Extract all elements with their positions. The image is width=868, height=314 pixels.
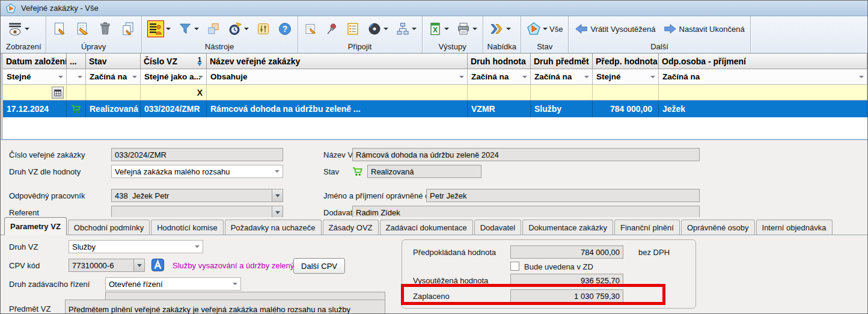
copy-grid-button[interactable] bbox=[205, 21, 222, 37]
status-filter-value: Vše bbox=[549, 25, 563, 34]
column-header-odp-osoba[interactable]: Odp.osoba - příjmení bbox=[659, 54, 867, 69]
bude-uvedena-v-zd-checkbox[interactable] bbox=[510, 262, 519, 271]
edit-record-button[interactable] bbox=[73, 20, 91, 37]
toolbar-group-nabidka: Nabídka bbox=[483, 16, 521, 53]
filter-operator-nazev[interactable]: Obsahuje bbox=[207, 69, 468, 85]
column-header-stav[interactable]: Stav bbox=[86, 54, 141, 69]
view-menu-button[interactable] bbox=[6, 20, 31, 37]
column-header-druh-predmet[interactable]: Druh předmět bbox=[531, 54, 593, 69]
filter-input-druh-predmet[interactable] bbox=[531, 85, 593, 100]
tab-dodavatel[interactable]: Dodavatel bbox=[474, 220, 522, 235]
filter-input-stav[interactable] bbox=[86, 85, 141, 100]
column-header-druh-hodnota[interactable]: Druh hodnota bbox=[468, 54, 531, 69]
tab-dokumentace-zakazky[interactable]: Dokumentace zakázky bbox=[522, 220, 613, 235]
druh-vz-dle-hodnoty-select[interactable]: Veřejná zakázka malého rozsahu bbox=[111, 165, 283, 178]
caret-down-icon bbox=[506, 28, 511, 30]
filter-operator-odp-osoba[interactable]: Začíná na bbox=[659, 69, 867, 85]
cell-nazev: Rámcová dohoda na údržbu zeleně ... bbox=[207, 100, 468, 117]
filter-operator-cislo-vz[interactable]: Stejné jako a... bbox=[141, 69, 207, 85]
sort-arrow-icon bbox=[197, 63, 202, 66]
lookup-button[interactable] bbox=[272, 189, 283, 202]
filter-operator-icons[interactable] bbox=[67, 69, 86, 85]
pin-icon bbox=[325, 22, 338, 36]
filter-input-datum[interactable] bbox=[3, 85, 67, 100]
new-record-button[interactable] bbox=[50, 20, 69, 37]
tab-zadavaci-dokumentace[interactable]: Zadávací dokumentace bbox=[380, 220, 473, 235]
calendar-picker-button[interactable] bbox=[52, 87, 64, 99]
predmet-vz-field[interactable]: Předmětem plnění veřejné zakázky je veře… bbox=[65, 300, 385, 314]
menu-button[interactable] bbox=[487, 21, 512, 37]
status-filter-button[interactable]: Vše bbox=[525, 21, 564, 37]
predpokladana-hodnota-field[interactable]: 784 000,00 bbox=[510, 245, 623, 259]
column-header-nazev[interactable]: Název veřejné zakázky bbox=[207, 54, 468, 69]
filter-input-odp-osoba[interactable] bbox=[659, 85, 867, 100]
nastavit-ukoncena-button[interactable]: Nastavit Ukončená bbox=[662, 22, 746, 36]
parametry-vz-panel: Druh VZ Služby CPV kód 77310000-6 Služby… bbox=[1, 235, 867, 313]
cpv-kod-field[interactable]: 77310000-6 bbox=[69, 259, 145, 272]
checklist-button[interactable] bbox=[344, 21, 361, 37]
stav-field[interactable]: Realizovaná bbox=[367, 165, 481, 178]
lookup-button[interactable] bbox=[272, 206, 283, 218]
filter-operator-stav[interactable]: Začíná na bbox=[86, 69, 141, 85]
cpv-catalog-icon[interactable] bbox=[151, 258, 165, 272]
toolbar-group-label: Nástroje bbox=[146, 42, 293, 52]
column-header-cislo-vz[interactable]: Číslo VZ 1 bbox=[141, 54, 207, 69]
filter-operator-predp-hodnota[interactable]: Stejné bbox=[593, 69, 659, 85]
column-header-datum-zalozeni[interactable]: Datum založení bbox=[3, 54, 67, 69]
cell-druh-hodnota: VZMR bbox=[468, 100, 531, 117]
media-button[interactable] bbox=[366, 21, 390, 37]
tab-zasady-ovz[interactable]: Zásady OVZ bbox=[323, 220, 379, 235]
column-header-predp-hodnota[interactable]: Předp. hodnota bbox=[593, 54, 659, 69]
print-button[interactable] bbox=[455, 21, 478, 37]
filter-input-icons[interactable] bbox=[67, 85, 86, 100]
filter-input-nazev[interactable] bbox=[207, 85, 468, 100]
dalsi-cpv-button[interactable]: Další CPV bbox=[293, 258, 345, 274]
filter-operator-datum[interactable]: Stejné bbox=[3, 69, 67, 85]
tab-obchodni-podminky[interactable]: Obchodní podmínky bbox=[68, 220, 150, 235]
predmet-vz-label: Předmět VZ bbox=[9, 302, 50, 314]
delete-record-button[interactable] bbox=[96, 20, 114, 37]
odpovedny-pracovnik-field[interactable]: 438 Ježek Petr bbox=[111, 189, 283, 202]
caret-down-icon bbox=[543, 28, 548, 30]
filter-input-predp-hodnota[interactable] bbox=[593, 85, 659, 100]
toolbar-group-label: Zobrazení bbox=[6, 42, 41, 52]
column-header-icons[interactable]: ... bbox=[67, 54, 86, 69]
vysoutezena-hodnota-field[interactable]: 936 525,70 bbox=[510, 274, 623, 287]
cart-icon bbox=[70, 103, 82, 115]
tab-pozadavky-na-uchazece[interactable]: Požadavky na uchazeče bbox=[225, 220, 322, 235]
vratit-vysoutezena-button[interactable]: Vrátit Vysoutěžená bbox=[573, 22, 656, 36]
parameters-button[interactable] bbox=[255, 21, 272, 37]
workflow-button[interactable] bbox=[394, 21, 418, 37]
tab-interni-objednavka[interactable]: Interní objednávka bbox=[756, 220, 833, 235]
filter-button[interactable] bbox=[177, 21, 200, 37]
pin-button[interactable] bbox=[324, 21, 340, 37]
nazev-vz-field[interactable]: Rámcová dohoda na údržbu zeleně 2024 bbox=[352, 148, 700, 161]
excel-export-button[interactable]: X bbox=[427, 21, 450, 37]
note-button[interactable] bbox=[302, 21, 319, 37]
filter-input-druh-hodnota[interactable] bbox=[468, 85, 531, 100]
view-menu-icon bbox=[7, 21, 23, 37]
table-row-selected[interactable]: 17.12.2024 Realizovaná 033/2024/ZMR Rámc… bbox=[3, 100, 867, 117]
filter-input-cislo-vz[interactable]: X bbox=[141, 85, 207, 100]
druh-zadavaciho-rizeni-select[interactable]: Otevřené řízení bbox=[105, 277, 241, 291]
nastavit-ukoncena-label: Nastavit Ukončená bbox=[679, 25, 745, 34]
tab-parametry-vz[interactable]: Parametry VZ bbox=[4, 217, 67, 235]
tab-hodnotici-komise[interactable]: Hodnotící komise bbox=[151, 220, 223, 235]
opravnena-osoba-field[interactable]: Petr Ježek bbox=[426, 189, 700, 202]
zaplaceno-field[interactable]: 1 030 759,30 bbox=[510, 289, 623, 303]
lookup-button[interactable] bbox=[133, 259, 144, 271]
odpovedny-pracovnik-label: Odpovědný pracovník bbox=[9, 189, 85, 202]
cislo-vz-field[interactable]: 033/2024/ZMR bbox=[111, 148, 283, 161]
help-button[interactable]: ? bbox=[277, 21, 293, 37]
filter-operator-druh-predmet[interactable]: Začíná na bbox=[531, 69, 593, 85]
druh-vz-select[interactable]: Služby bbox=[69, 240, 203, 253]
grid-settings-button[interactable] bbox=[146, 20, 172, 38]
tab-opravnene-osoby[interactable]: Oprávněné osoby bbox=[681, 220, 755, 235]
filter-operator-druh-hodnota[interactable]: Začíná na bbox=[468, 69, 531, 85]
copy-record-button[interactable] bbox=[119, 20, 137, 37]
clear-filter-icon[interactable]: X bbox=[197, 88, 204, 97]
toolbar-group-stav: Vše Stav bbox=[521, 16, 569, 53]
tab-financni-plneni[interactable]: Finanční plnění bbox=[614, 220, 680, 235]
cell-cislo-vz: 033/2024/ZMR bbox=[141, 100, 207, 117]
history-button[interactable] bbox=[227, 21, 250, 37]
